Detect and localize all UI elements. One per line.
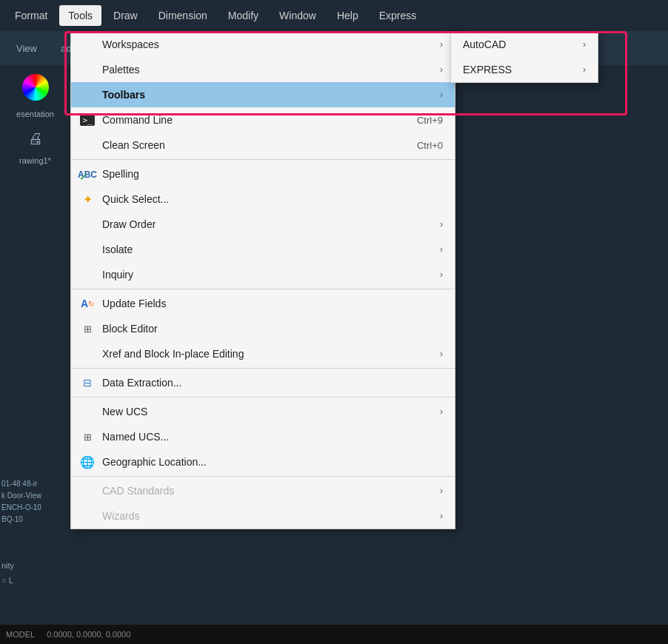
command-line-icon: >_ bbox=[80, 113, 95, 127]
block-editor-icon: ⊞ bbox=[80, 321, 95, 336]
menu-item-draw-order[interactable]: Draw Order › bbox=[71, 212, 455, 237]
status-bar: MODEL 0.0000, 0.0000, 0.0000 bbox=[0, 625, 668, 644]
menu-express[interactable]: Express bbox=[370, 5, 426, 26]
cmd-icon: >_ bbox=[80, 115, 94, 126]
new-ucs-arrow: › bbox=[440, 406, 443, 417]
draw-order-icon bbox=[80, 217, 95, 232]
palettes-icon bbox=[80, 62, 95, 77]
autocad-label: AutoCAD bbox=[463, 38, 506, 50]
clean-screen-label: Clean Screen bbox=[102, 139, 410, 151]
info-line-3: ENCH-O-10 bbox=[1, 502, 41, 514]
toolbars-label: Toolbars bbox=[102, 89, 427, 101]
divider-5 bbox=[71, 476, 455, 477]
ribbon-tab-view[interactable]: View bbox=[6, 38, 47, 58]
print-icon: 🖨 bbox=[28, 130, 43, 147]
status-nity: nity bbox=[1, 561, 14, 570]
command-line-label: Command Line bbox=[102, 114, 410, 126]
wizards-arrow: › bbox=[440, 511, 443, 521]
info-line-1: 01-48 48-ir bbox=[1, 478, 41, 490]
block-editor-label: Block Editor bbox=[102, 323, 443, 335]
geographic-location-icon: 🌐 bbox=[80, 455, 95, 469]
update-fields-label: Update Fields bbox=[102, 298, 443, 309]
ucs-icon: ⊞ bbox=[84, 432, 92, 443]
ac-icon: A bbox=[81, 298, 88, 309]
quick-select-icon: ✦ bbox=[80, 192, 95, 207]
info-line-4: BQ-10 bbox=[1, 514, 41, 526]
menu-item-workspaces[interactable]: Workspaces › bbox=[71, 32, 455, 57]
clean-screen-icon bbox=[80, 138, 95, 152]
globe-icon: 🌐 bbox=[80, 455, 95, 469]
menu-help[interactable]: Help bbox=[328, 5, 367, 26]
named-ucs-label: Named UCS... bbox=[102, 431, 443, 443]
presentation-label: esentation bbox=[0, 110, 70, 118]
block-icon: ⊞ bbox=[84, 323, 92, 335]
menu-dimension[interactable]: Dimension bbox=[150, 5, 216, 26]
menu-item-block-editor[interactable]: ⊞ Block Editor bbox=[71, 316, 455, 341]
palettes-label: Palettes bbox=[102, 64, 427, 76]
submenu-item-autocad[interactable]: AutoCAD › bbox=[451, 32, 598, 57]
cad-standards-icon bbox=[80, 483, 95, 498]
menu-item-clean-screen[interactable]: Clean Screen Ctrl+0 bbox=[71, 133, 455, 158]
table-icon: ⊟ bbox=[83, 377, 92, 389]
express-label: EXPRESS bbox=[463, 64, 512, 76]
toolbars-arrow: › bbox=[440, 90, 443, 100]
menu-item-command-line[interactable]: >_ Command Line Ctrl+9 bbox=[71, 107, 455, 133]
draw-order-label: Draw Order bbox=[102, 218, 427, 230]
menu-item-wizards[interactable]: Wizards › bbox=[71, 503, 455, 529]
isolate-label: Isolate bbox=[102, 244, 427, 255]
cad-standards-arrow: › bbox=[440, 486, 443, 496]
named-ucs-icon: ⊞ bbox=[80, 429, 95, 444]
menu-item-xref-editing[interactable]: Xref and Block In-place Editing › bbox=[71, 341, 455, 366]
geographic-location-label: Geographic Location... bbox=[102, 456, 443, 468]
menu-item-quick-select[interactable]: ✦ Quick Select... bbox=[71, 187, 455, 212]
spelling-label: Spelling bbox=[102, 168, 443, 180]
menu-item-update-fields[interactable]: A↻ Update Fields bbox=[71, 291, 455, 316]
menu-item-inquiry[interactable]: Inquiry › bbox=[71, 262, 455, 287]
status-coords: 0.0000, 0.0000, 0.0000 bbox=[47, 630, 130, 639]
express-arrow: › bbox=[583, 64, 586, 75]
command-line-shortcut: Ctrl+9 bbox=[417, 115, 443, 126]
spelling-icon: ABC ✓ bbox=[80, 167, 95, 181]
submenu-item-express[interactable]: EXPRESS › bbox=[451, 57, 598, 82]
menu-format[interactable]: Format bbox=[6, 5, 56, 26]
check-icon: ✓ bbox=[79, 171, 88, 183]
inquiry-label: Inquiry bbox=[102, 269, 427, 281]
isolate-icon bbox=[80, 242, 95, 257]
new-ucs-label: New UCS bbox=[102, 406, 427, 417]
workspaces-icon bbox=[80, 37, 95, 52]
menu-item-named-ucs[interactable]: ⊞ Named UCS... bbox=[71, 424, 455, 449]
left-sidebar: esentation 🖨 rawing1* 01-48 48-ir k Door… bbox=[0, 65, 70, 644]
quick-select-label: Quick Select... bbox=[102, 193, 443, 205]
menu-draw[interactable]: Draw bbox=[104, 5, 147, 26]
menu-item-spelling[interactable]: ABC ✓ Spelling bbox=[71, 161, 455, 187]
cursor-star-icon: ✦ bbox=[83, 192, 93, 207]
menu-modify[interactable]: Modify bbox=[219, 5, 267, 26]
menu-tools[interactable]: Tools bbox=[59, 5, 101, 26]
menu-window[interactable]: Window bbox=[270, 5, 325, 26]
divider-4 bbox=[71, 397, 455, 398]
xref-icon bbox=[80, 346, 95, 361]
menu-item-isolate[interactable]: Isolate › bbox=[71, 237, 455, 262]
clean-screen-shortcut: Ctrl+0 bbox=[417, 140, 443, 151]
menu-bar: Format Tools Draw Dimension Modify Windo… bbox=[0, 0, 668, 31]
wizards-label: Wizards bbox=[102, 510, 427, 522]
update-fields-icon: A↻ bbox=[80, 296, 95, 311]
menu-item-toolbars[interactable]: Toolbars › bbox=[71, 82, 455, 107]
new-ucs-icon bbox=[80, 404, 95, 419]
xref-arrow: › bbox=[440, 349, 443, 359]
menu-item-palettes[interactable]: Palettes › bbox=[71, 57, 455, 82]
refresh-icon: ↻ bbox=[88, 300, 94, 308]
menu-item-new-ucs[interactable]: New UCS › bbox=[71, 399, 455, 424]
workspaces-label: Workspaces bbox=[102, 38, 427, 50]
inquiry-icon bbox=[80, 267, 95, 282]
status-circle: ○ L bbox=[1, 576, 13, 585]
status-text: MODEL bbox=[6, 630, 35, 639]
menu-item-geographic-location[interactable]: 🌐 Geographic Location... bbox=[71, 449, 455, 474]
wizards-icon bbox=[80, 509, 95, 523]
autocad-arrow: › bbox=[583, 39, 586, 50]
menu-item-data-extraction[interactable]: ⊟ Data Extraction... bbox=[71, 370, 455, 395]
data-extraction-icon: ⊟ bbox=[80, 375, 95, 390]
palettes-arrow: › bbox=[440, 64, 443, 75]
menu-item-cad-standards[interactable]: CAD Standards › bbox=[71, 478, 455, 503]
print-area: 🖨 bbox=[0, 130, 70, 147]
